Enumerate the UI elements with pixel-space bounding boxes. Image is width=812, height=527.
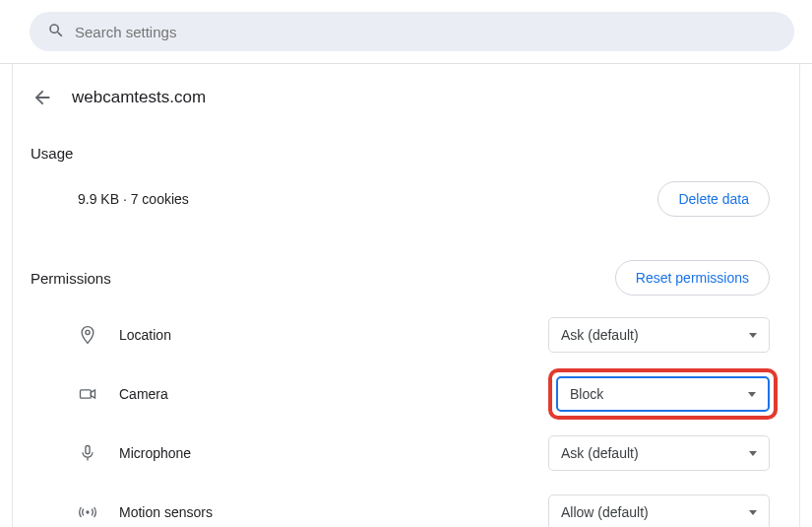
permission-value: Ask (default) xyxy=(561,327,639,343)
svg-rect-2 xyxy=(86,446,90,454)
permission-value: Block xyxy=(570,386,603,402)
svg-point-4 xyxy=(86,510,89,513)
site-header: webcamtests.com xyxy=(31,70,770,133)
permission-select-microphone[interactable]: Ask (default) xyxy=(548,435,770,471)
permission-row-microphone: Microphone Ask (default) xyxy=(78,435,770,471)
chevron-down-icon xyxy=(749,510,757,515)
permission-select-location[interactable]: Ask (default) xyxy=(548,317,770,353)
svg-point-0 xyxy=(86,330,90,334)
permission-select-camera[interactable]: Block xyxy=(556,376,770,412)
site-name: webcamtests.com xyxy=(72,88,206,107)
search-icon xyxy=(47,22,65,42)
usage-title: Usage xyxy=(31,145,770,162)
reset-permissions-button[interactable]: Reset permissions xyxy=(615,260,770,296)
svg-rect-1 xyxy=(81,390,92,398)
permission-label: Motion sensors xyxy=(119,504,213,520)
camera-icon xyxy=(78,384,97,404)
permission-label: Microphone xyxy=(119,445,191,461)
permission-row-camera: Camera Block xyxy=(78,376,770,412)
chevron-down-icon xyxy=(749,451,757,456)
search-input[interactable] xyxy=(75,24,777,40)
highlight-annotation: Block xyxy=(548,368,778,420)
chevron-down-icon xyxy=(749,333,757,338)
permissions-title: Permissions xyxy=(31,270,111,287)
location-icon xyxy=(78,325,97,345)
permission-value: Ask (default) xyxy=(561,445,639,461)
delete-data-button[interactable]: Delete data xyxy=(657,181,770,217)
chevron-down-icon xyxy=(748,392,756,397)
permission-label: Camera xyxy=(119,386,168,402)
back-button[interactable] xyxy=(31,86,54,109)
permission-label: Location xyxy=(119,327,171,343)
permission-select-motion-sensors[interactable]: Allow (default) xyxy=(548,494,770,527)
permission-value: Allow (default) xyxy=(561,504,649,520)
microphone-icon xyxy=(78,443,97,463)
search-bar[interactable] xyxy=(30,12,794,51)
usage-summary: 9.9 KB · 7 cookies xyxy=(78,191,189,207)
permission-row-location: Location Ask (default) xyxy=(78,317,770,353)
motion-sensors-icon xyxy=(78,502,97,522)
permission-row-motion-sensors: Motion sensors Allow (default) xyxy=(78,494,770,527)
